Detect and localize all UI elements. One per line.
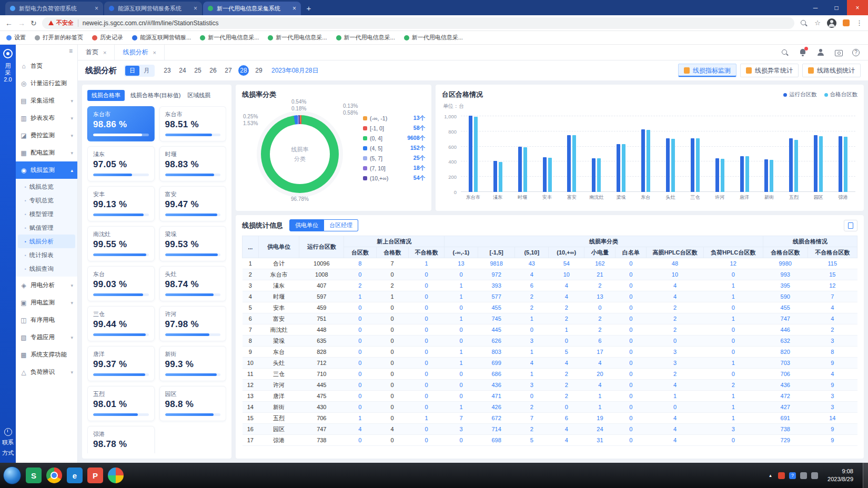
table-cell-link[interactable]: 24 [584, 424, 615, 435]
city-card[interactable]: 唐洋99.37 % [87, 346, 155, 381]
table-cell-link[interactable]: 632 [763, 336, 808, 347]
table-cell-link[interactable]: 2 [647, 302, 703, 313]
city-card[interactable]: 三仓99.44 % [87, 306, 155, 341]
table-cell-link[interactable]: 3 [808, 402, 857, 413]
table-cell-link[interactable]: 0 [615, 258, 647, 269]
table-cell-link[interactable]: 4 [647, 413, 703, 424]
sidebar-item[interactable]: ▦配电监测▾ [16, 144, 77, 161]
window-maximize-button[interactable]: □ [826, 0, 847, 15]
city-card[interactable]: 头灶98.74 % [159, 266, 227, 301]
table-cell-link[interactable]: 4 [584, 380, 615, 391]
taskbar-paint-icon[interactable] [108, 467, 124, 483]
table-cell-link[interactable]: 455 [763, 302, 808, 313]
bar-group[interactable] [732, 156, 757, 192]
period-option[interactable]: 日 [125, 66, 139, 76]
sidebar-subitem[interactable]: ▪线损查询 [16, 262, 77, 276]
table-cell-link[interactable]: 0 [344, 380, 376, 391]
sidebar-collapse-icon[interactable]: ≡ [69, 47, 73, 55]
period-option[interactable]: 月 [139, 66, 154, 76]
sidebar-subitem[interactable]: ▪赋值管理 [16, 221, 77, 235]
table-cell-link[interactable]: 0 [647, 402, 703, 413]
bar-group[interactable] [633, 129, 658, 192]
city-card[interactable]: 时堰98.83 % [159, 146, 227, 181]
table-cell-link[interactable]: 0 [615, 313, 647, 324]
workspace-tab[interactable]: 首页× [78, 45, 115, 60]
tray-network-icon[interactable] [800, 472, 807, 479]
table-cell-link[interactable]: 1 [515, 313, 549, 324]
table-cell-link[interactable]: 2 [515, 302, 549, 313]
view-tab[interactable]: 线损指标监测 [678, 64, 736, 77]
user-profile-icon[interactable] [816, 48, 825, 57]
table-cell-link[interactable]: 8 [808, 347, 857, 358]
table-cell-link[interactable]: 4 [549, 435, 584, 446]
table-scroll-area[interactable]: ...供电单位运行台区数新上台区情况线损率分类线损合格情况台区数合格数不合格数(… [242, 236, 857, 454]
city-card[interactable]: 东台99.03 % [87, 266, 155, 301]
table-cell-link[interactable]: 1 [703, 402, 763, 413]
table-cell-link[interactable]: 13 [584, 291, 615, 302]
table-cell-link[interactable]: 162 [584, 258, 615, 269]
legend-item[interactable]: 合格台区数 [824, 91, 858, 98]
day-option[interactable]: 24 [177, 65, 188, 76]
table-cell-link[interactable]: 2 [584, 313, 615, 324]
table-cell-link[interactable]: 9818 [478, 258, 515, 269]
tray-help-icon[interactable]: ? [789, 472, 796, 479]
table-cell-link[interactable]: 2 [549, 369, 584, 380]
table-cell-link[interactable]: 590 [763, 291, 808, 302]
sidebar-item[interactable]: ▥抄表发布▾ [16, 109, 77, 127]
table-cell-link[interactable]: 4 [344, 424, 376, 435]
sidebar-item[interactable]: ▩系统支撑功能 [16, 346, 77, 363]
table-cell-link[interactable]: 0 [344, 402, 376, 413]
table-cell-link[interactable]: 472 [763, 391, 808, 402]
table-cell-link[interactable]: 3 [515, 380, 549, 391]
table-row[interactable]: 16园区747440371424240437389 [243, 424, 857, 435]
table-cell-link[interactable]: 1 [703, 358, 763, 369]
table-cell-link[interactable]: 2 [808, 324, 857, 336]
table-cell-link[interactable]: 0 [408, 291, 444, 302]
contact-block[interactable]: 联系 方式 [2, 428, 14, 456]
table-cell-link[interactable]: 9 [808, 380, 857, 391]
notification-bell-icon[interactable] [799, 48, 807, 57]
table-cell-link[interactable]: 1 [408, 258, 444, 269]
table-cell-link[interactable]: 4 [515, 358, 549, 369]
table-cell-link[interactable]: 2 [549, 302, 584, 313]
table-cell-link[interactable]: 0 [703, 336, 763, 347]
legend-item[interactable]: (0, 4]9608个 [363, 133, 425, 143]
table-cell-link[interactable]: 2 [515, 402, 549, 413]
rate-panel-tab[interactable]: 线损合格率 [87, 90, 125, 101]
table-cell-link[interactable]: 395 [763, 280, 808, 291]
table-cell-link[interactable]: 0 [344, 324, 376, 336]
table-cell-link[interactable]: 2 [549, 391, 584, 402]
table-cell-link[interactable]: 0 [445, 269, 478, 280]
taskbar-chrome-icon[interactable] [46, 467, 62, 483]
table-row[interactable]: 14新街43000014262010014273 [243, 402, 857, 413]
table-row[interactable]: 3溱东407220139364204139512 [243, 280, 857, 291]
table-cell-link[interactable]: 0 [408, 369, 444, 380]
table-cell-link[interactable]: 4 [647, 435, 703, 446]
sidebar-item[interactable]: △负荷辨识▾ [16, 363, 77, 381]
table-cell-link[interactable]: 0 [408, 324, 444, 336]
table-cell-link[interactable]: 0 [703, 369, 763, 380]
sidebar-item[interactable]: ◈用电分析▾ [16, 277, 77, 294]
table-cell-link[interactable]: 691 [763, 413, 808, 424]
new-tab-button[interactable]: + [302, 2, 316, 14]
table-cell-link[interactable]: 6 [549, 413, 584, 424]
bar-group[interactable] [683, 138, 708, 192]
bookmark-item[interactable]: 新一代用电信息采... [336, 34, 395, 42]
table-cell-link[interactable]: 0 [615, 391, 647, 402]
table-row[interactable]: 5安丰45900004552200204554 [243, 302, 857, 313]
bar-group[interactable] [806, 135, 831, 192]
table-cell-link[interactable]: 1 [445, 402, 478, 413]
table-cell-link[interactable]: 1 [445, 347, 478, 358]
table-cell-link[interactable]: 699 [478, 358, 515, 369]
table-cell-link[interactable]: 1 [445, 291, 478, 302]
table-cell-link[interactable]: 4 [647, 424, 703, 435]
bookmark-star-icon[interactable]: ☆ [814, 19, 821, 27]
table-cell-link[interactable]: 6 [515, 280, 549, 291]
table-cell-link[interactable]: 2 [515, 424, 549, 435]
sidebar-item[interactable]: ◪费控监测▾ [16, 127, 77, 144]
table-cell-link[interactable]: 12 [703, 258, 763, 269]
sidebar-item[interactable]: ⌂首页 [16, 57, 77, 75]
table-cell-link[interactable]: 2 [647, 369, 703, 380]
table-row[interactable]: 12许河44500004363240424369 [243, 380, 857, 391]
table-cell-link[interactable]: 698 [478, 435, 515, 446]
